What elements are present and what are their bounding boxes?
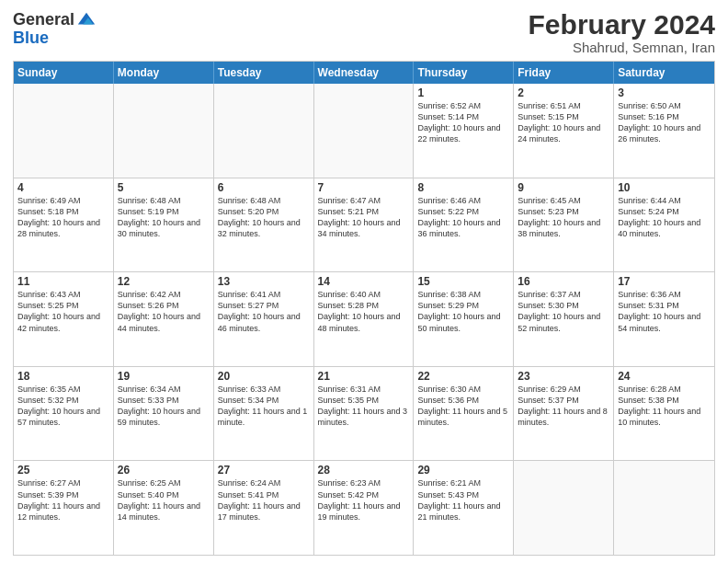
day-info: Sunrise: 6:36 AM Sunset: 5:31 PM Dayligh… <box>618 289 711 334</box>
day-info: Sunrise: 6:42 AM Sunset: 5:26 PM Dayligh… <box>118 289 210 334</box>
calendar-cell: 26Sunrise: 6:25 AM Sunset: 5:40 PM Dayli… <box>114 461 214 555</box>
logo-blue: Blue <box>13 29 97 46</box>
day-number: 4 <box>17 181 109 194</box>
calendar-cell: 5Sunrise: 6:48 AM Sunset: 5:19 PM Daylig… <box>114 178 214 272</box>
day-number: 7 <box>318 181 410 194</box>
day-info: Sunrise: 6:25 AM Sunset: 5:40 PM Dayligh… <box>118 477 210 523</box>
calendar-cell <box>114 84 214 178</box>
calendar-week: 4Sunrise: 6:49 AM Sunset: 5:18 PM Daylig… <box>14 178 714 273</box>
day-number: 1 <box>417 86 509 99</box>
day-number: 26 <box>118 464 210 477</box>
calendar-cell: 23Sunrise: 6:29 AM Sunset: 5:37 PM Dayli… <box>514 367 614 461</box>
day-number: 17 <box>618 275 711 288</box>
day-info: Sunrise: 6:23 AM Sunset: 5:42 PM Dayligh… <box>318 477 410 523</box>
calendar-cell: 11Sunrise: 6:43 AM Sunset: 5:25 PM Dayli… <box>14 272 114 366</box>
title-block: February 2024 Shahrud, Semnan, Iran <box>529 9 715 55</box>
calendar-cell: 19Sunrise: 6:34 AM Sunset: 5:33 PM Dayli… <box>114 367 214 461</box>
calendar-cell: 21Sunrise: 6:31 AM Sunset: 5:35 PM Dayli… <box>314 367 415 461</box>
header-day: Friday <box>514 62 614 84</box>
day-info: Sunrise: 6:51 AM Sunset: 5:15 PM Dayligh… <box>518 100 609 145</box>
calendar-cell: 12Sunrise: 6:42 AM Sunset: 5:26 PM Dayli… <box>114 272 214 366</box>
main-title: February 2024 <box>529 9 715 40</box>
calendar-cell: 7Sunrise: 6:47 AM Sunset: 5:21 PM Daylig… <box>314 178 415 272</box>
day-info: Sunrise: 6:33 AM Sunset: 5:34 PM Dayligh… <box>218 384 310 429</box>
day-number: 8 <box>417 181 509 194</box>
calendar-cell <box>614 461 714 555</box>
calendar-cell: 17Sunrise: 6:36 AM Sunset: 5:31 PM Dayli… <box>614 272 714 366</box>
day-info: Sunrise: 6:46 AM Sunset: 5:22 PM Dayligh… <box>417 195 509 240</box>
calendar-header: SundayMondayTuesdayWednesdayThursdayFrid… <box>14 62 714 84</box>
calendar-cell: 13Sunrise: 6:41 AM Sunset: 5:27 PM Dayli… <box>214 272 314 366</box>
day-number: 25 <box>17 464 109 477</box>
calendar-cell: 10Sunrise: 6:44 AM Sunset: 5:24 PM Dayli… <box>614 178 714 272</box>
day-number: 18 <box>17 370 109 383</box>
day-number: 9 <box>518 181 609 194</box>
calendar-cell: 20Sunrise: 6:33 AM Sunset: 5:34 PM Dayli… <box>214 367 314 461</box>
day-info: Sunrise: 6:27 AM Sunset: 5:39 PM Dayligh… <box>17 477 109 523</box>
day-info: Sunrise: 6:35 AM Sunset: 5:32 PM Dayligh… <box>17 384 109 429</box>
day-number: 29 <box>417 464 509 477</box>
day-info: Sunrise: 6:48 AM Sunset: 5:19 PM Dayligh… <box>118 195 210 240</box>
calendar-cell: 15Sunrise: 6:38 AM Sunset: 5:29 PM Dayli… <box>414 272 514 366</box>
day-info: Sunrise: 6:40 AM Sunset: 5:28 PM Dayligh… <box>318 289 410 334</box>
day-info: Sunrise: 6:45 AM Sunset: 5:23 PM Dayligh… <box>518 195 609 240</box>
day-info: Sunrise: 6:30 AM Sunset: 5:36 PM Dayligh… <box>417 384 509 429</box>
day-number: 14 <box>318 275 410 288</box>
sub-title: Shahrud, Semnan, Iran <box>529 40 715 55</box>
day-number: 11 <box>17 275 109 288</box>
header-day: Monday <box>114 62 214 84</box>
calendar-cell: 29Sunrise: 6:21 AM Sunset: 5:43 PM Dayli… <box>414 461 514 555</box>
day-info: Sunrise: 6:50 AM Sunset: 5:16 PM Dayligh… <box>618 100 711 145</box>
header-day: Wednesday <box>314 62 415 84</box>
day-number: 12 <box>118 275 210 288</box>
logo-icon <box>76 9 97 29</box>
day-number: 10 <box>618 181 711 194</box>
calendar-cell: 1Sunrise: 6:52 AM Sunset: 5:14 PM Daylig… <box>414 84 514 178</box>
day-info: Sunrise: 6:41 AM Sunset: 5:27 PM Dayligh… <box>218 289 310 334</box>
day-info: Sunrise: 6:38 AM Sunset: 5:29 PM Dayligh… <box>417 289 509 334</box>
day-number: 2 <box>518 86 609 99</box>
calendar-cell: 22Sunrise: 6:30 AM Sunset: 5:36 PM Dayli… <box>414 367 514 461</box>
calendar-cell <box>14 84 114 178</box>
day-number: 16 <box>518 275 609 288</box>
day-info: Sunrise: 6:31 AM Sunset: 5:35 PM Dayligh… <box>318 384 410 429</box>
calendar-cell: 4Sunrise: 6:49 AM Sunset: 5:18 PM Daylig… <box>14 178 114 272</box>
calendar-cell: 2Sunrise: 6:51 AM Sunset: 5:15 PM Daylig… <box>514 84 614 178</box>
day-number: 13 <box>218 275 310 288</box>
calendar-week: 1Sunrise: 6:52 AM Sunset: 5:14 PM Daylig… <box>14 84 714 178</box>
day-number: 27 <box>218 464 310 477</box>
header-day: Thursday <box>414 62 514 84</box>
day-number: 6 <box>218 181 310 194</box>
calendar-cell: 18Sunrise: 6:35 AM Sunset: 5:32 PM Dayli… <box>14 367 114 461</box>
day-info: Sunrise: 6:24 AM Sunset: 5:41 PM Dayligh… <box>218 477 310 523</box>
header-day: Sunday <box>14 62 114 84</box>
logo: General Blue <box>13 9 97 46</box>
calendar-cell: 24Sunrise: 6:28 AM Sunset: 5:38 PM Dayli… <box>614 367 714 461</box>
day-number: 15 <box>417 275 509 288</box>
calendar-body: 1Sunrise: 6:52 AM Sunset: 5:14 PM Daylig… <box>14 84 714 555</box>
day-info: Sunrise: 6:28 AM Sunset: 5:38 PM Dayligh… <box>618 384 711 429</box>
day-info: Sunrise: 6:47 AM Sunset: 5:21 PM Dayligh… <box>318 195 410 240</box>
calendar-cell: 25Sunrise: 6:27 AM Sunset: 5:39 PM Dayli… <box>14 461 114 555</box>
header-day: Tuesday <box>214 62 314 84</box>
day-number: 24 <box>618 370 711 383</box>
calendar-cell <box>314 84 415 178</box>
day-info: Sunrise: 6:49 AM Sunset: 5:18 PM Dayligh… <box>17 195 109 240</box>
day-number: 3 <box>618 86 711 99</box>
calendar-cell <box>514 461 614 555</box>
calendar-cell: 16Sunrise: 6:37 AM Sunset: 5:30 PM Dayli… <box>514 272 614 366</box>
day-info: Sunrise: 6:48 AM Sunset: 5:20 PM Dayligh… <box>218 195 310 240</box>
calendar-cell: 9Sunrise: 6:45 AM Sunset: 5:23 PM Daylig… <box>514 178 614 272</box>
day-info: Sunrise: 6:34 AM Sunset: 5:33 PM Dayligh… <box>118 384 210 429</box>
day-number: 23 <box>518 370 609 383</box>
day-number: 28 <box>318 464 410 477</box>
day-number: 21 <box>318 370 410 383</box>
calendar-week: 25Sunrise: 6:27 AM Sunset: 5:39 PM Dayli… <box>14 461 714 555</box>
day-info: Sunrise: 6:21 AM Sunset: 5:43 PM Dayligh… <box>417 477 509 523</box>
calendar-week: 18Sunrise: 6:35 AM Sunset: 5:32 PM Dayli… <box>14 367 714 462</box>
calendar-cell: 14Sunrise: 6:40 AM Sunset: 5:28 PM Dayli… <box>314 272 415 366</box>
day-info: Sunrise: 6:44 AM Sunset: 5:24 PM Dayligh… <box>618 195 711 240</box>
calendar-cell: 3Sunrise: 6:50 AM Sunset: 5:16 PM Daylig… <box>614 84 714 178</box>
day-number: 19 <box>118 370 210 383</box>
day-number: 20 <box>218 370 310 383</box>
